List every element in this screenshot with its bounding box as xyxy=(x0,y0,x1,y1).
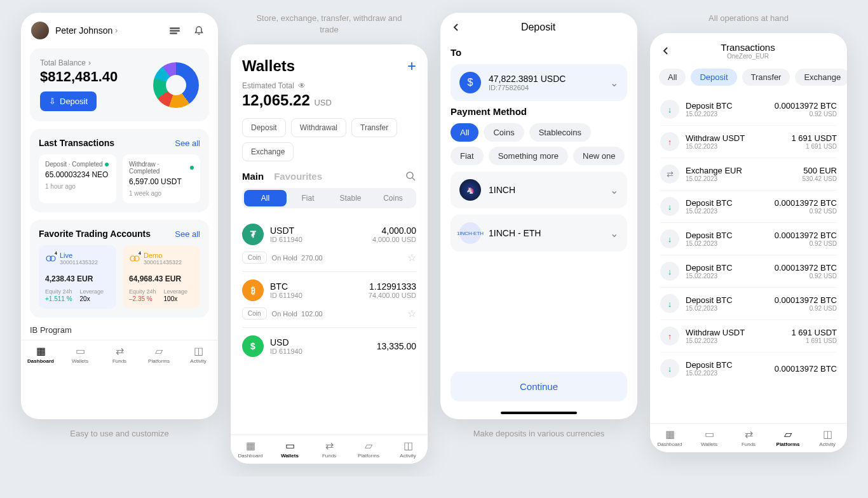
filter-exchange[interactable]: Exchange xyxy=(795,69,847,86)
nav-activity[interactable]: ◫Activity xyxy=(179,340,218,369)
nav-funds[interactable]: ⇄Funds xyxy=(100,340,139,369)
continue-button[interactable]: Continue xyxy=(451,372,627,401)
nav-dashboard[interactable]: ▦Dashboard xyxy=(231,435,270,464)
star-icon[interactable]: ☆ xyxy=(407,252,416,264)
transaction-row[interactable]: ↑Withdraw USDT15.02.20231 691 USDT1 691 … xyxy=(660,126,837,158)
add-wallet-button[interactable]: + xyxy=(407,57,416,75)
transaction-row[interactable]: ↑Withdraw USDT15.02.20231 691 USDT1 691 … xyxy=(660,320,837,353)
transfer-icon: ⇄ xyxy=(323,439,336,452)
seg-fiat[interactable]: Fiat xyxy=(287,190,329,206)
nav-funds[interactable]: ⇄Funds xyxy=(309,435,349,464)
bell-icon[interactable] xyxy=(190,22,208,39)
tx-time: 1 hour ago xyxy=(45,183,110,190)
transaction-date: 15.02.2023 xyxy=(686,305,768,312)
destination-select[interactable]: $ 47,822.3891 USDC ID:77582604 ⌄ xyxy=(451,64,627,101)
filter-transfer[interactable]: Transfer xyxy=(742,69,790,86)
see-all-link[interactable]: See all xyxy=(175,229,200,239)
transaction-row[interactable]: ↓Deposit BTC15.02.20230.00013972 BTC0.92… xyxy=(660,223,837,255)
account-balance: 64,968.43 EUR xyxy=(129,274,194,283)
to-label: To xyxy=(451,47,627,58)
grid-icon: ▦ xyxy=(34,344,47,357)
hold-label: On Hold 102.00 xyxy=(272,310,323,318)
favorite-accounts-section: Favorite Trading Accounts See all 4 Live… xyxy=(30,220,209,318)
nav-wallets[interactable]: ▭Wallets xyxy=(689,424,729,452)
tab-main[interactable]: Main xyxy=(242,171,264,182)
chevron-down-icon: ⌄ xyxy=(610,77,618,89)
pill-more[interactable]: Something more xyxy=(489,147,568,165)
nav-dashboard[interactable]: ▦Dashboard xyxy=(650,424,689,452)
seg-coins[interactable]: Coins xyxy=(372,190,414,206)
caption: Make deposits in various currencies xyxy=(473,428,605,440)
menu-icon[interactable] xyxy=(166,22,184,39)
filter-deposit[interactable]: Deposit xyxy=(691,69,736,86)
header: Peter Johnson› xyxy=(21,13,218,48)
user-name[interactable]: Peter Johnson› xyxy=(55,25,159,36)
avatar[interactable] xyxy=(31,22,49,39)
account-card-demo[interactable]: 4 Demo300011435322 64,968.43 EUR Equity … xyxy=(123,245,200,309)
transaction-usd: 0.92 USD xyxy=(775,111,837,118)
transaction-row[interactable]: ↓Deposit BTC15.02.20230.00013972 BTC0.92… xyxy=(660,191,837,223)
coin-select[interactable]: 🦄 1INCH ⌄ xyxy=(451,172,627,208)
nav-platforms[interactable]: ▱Platforms xyxy=(349,435,388,464)
pill-stablecoins[interactable]: Stablecoins xyxy=(529,123,591,142)
svg-point-4 xyxy=(50,256,55,261)
seg-all[interactable]: All xyxy=(244,190,287,206)
account-type: Demo xyxy=(144,252,182,259)
pill-all[interactable]: All xyxy=(451,123,478,142)
wallet-icon: ▭ xyxy=(703,427,715,440)
nav-wallets[interactable]: ▭Wallets xyxy=(270,435,309,464)
bottom-nav: ▦Dashboard ▭Wallets ⇄Funds ▱Platforms ◫A… xyxy=(21,340,218,369)
chip-exchange[interactable]: Exchange xyxy=(242,142,294,161)
deposit-screen: Deposit To $ 47,822.3891 USDC ID:7758260… xyxy=(440,13,637,419)
nav-platforms[interactable]: ▱Platforms xyxy=(768,424,808,452)
chip-deposit[interactable]: Deposit xyxy=(242,118,286,137)
nav-platforms[interactable]: ▱Platforms xyxy=(139,340,179,369)
nav-activity[interactable]: ◫Activity xyxy=(388,435,428,464)
pill-new[interactable]: New one xyxy=(573,147,625,165)
wallet-row[interactable]: $USDID 61194013,335.00 xyxy=(242,328,416,365)
wallet-symbol: USDT xyxy=(270,225,366,236)
wallet-row[interactable]: ₮USDTID 6119404,000.004,000.00 USDCoinOn… xyxy=(242,216,416,272)
home-indicator xyxy=(501,412,577,414)
pill-fiat[interactable]: Fiat xyxy=(451,147,484,165)
seg-stable[interactable]: Stable xyxy=(329,190,372,206)
tab-favourites[interactable]: Favourites xyxy=(274,171,322,182)
coin-icon: ₿ xyxy=(242,279,264,301)
ib-program-link[interactable]: IB Program xyxy=(30,325,209,335)
nav-dashboard[interactable]: ▦Dashboard xyxy=(21,340,60,369)
transaction-row[interactable]: ↓Deposit BTC15.02.20230.00013972 BTC0.92… xyxy=(660,93,837,126)
nav-activity[interactable]: ◫Activity xyxy=(808,424,847,452)
caption: Store, exchange, transfer, withdraw and … xyxy=(247,13,412,36)
account-card-live[interactable]: 4 Live300011435322 4,238.43 EUR Equity 2… xyxy=(39,245,116,309)
activity-icon: ◫ xyxy=(402,439,414,452)
chip-withdrawal[interactable]: Withdrawal xyxy=(291,118,346,137)
transaction-card[interactable]: Deposit · Completed 65.00003234 NEO 1 ho… xyxy=(39,154,116,203)
deposit-button[interactable]: ⇩Deposit xyxy=(40,91,97,111)
star-icon[interactable]: ☆ xyxy=(407,307,416,320)
back-button[interactable] xyxy=(660,45,672,57)
transaction-row[interactable]: ⇄Exchange EUR15.02.2023500 EUR530.42 USD xyxy=(660,158,837,191)
pill-coins[interactable]: Coins xyxy=(484,123,524,142)
balance-label[interactable]: Total Balance› xyxy=(40,58,146,67)
transaction-row[interactable]: ↓Deposit BTC15.02.20230.00013972 BTC xyxy=(660,353,837,384)
transaction-row[interactable]: ↓Deposit BTC15.02.20230.00013972 BTC0.92… xyxy=(660,288,837,320)
transaction-card[interactable]: Withdraw · Completed 6,597.00 USDT 1 wee… xyxy=(123,154,200,203)
svg-point-7 xyxy=(407,172,413,178)
wallet-amount: 13,335.00 xyxy=(377,341,416,351)
bottom-nav: ▦Dashboard ▭Wallets ⇄Funds ▱Platforms ◫A… xyxy=(650,423,847,452)
chip-transfer[interactable]: Transfer xyxy=(351,118,397,137)
transaction-date: 15.02.2023 xyxy=(686,240,768,247)
nav-wallets[interactable]: ▭Wallets xyxy=(60,340,100,369)
filter-all[interactable]: All xyxy=(659,69,686,86)
portfolio-chart[interactable] xyxy=(153,62,199,108)
transaction-row[interactable]: ↓Deposit BTC15.02.20230.00013972 BTC0.92… xyxy=(660,255,837,288)
search-icon[interactable] xyxy=(405,170,416,182)
eye-icon[interactable]: 👁 xyxy=(298,81,306,90)
network-select[interactable]: 1INCH·ETH 1INCH - ETH ⌄ xyxy=(451,215,627,252)
back-button[interactable] xyxy=(451,22,462,33)
transaction-icon: ↓ xyxy=(660,100,679,119)
coin-name: 1INCH xyxy=(489,185,602,195)
wallet-row[interactable]: ₿BTCID 6119401.1299133374,400.00 USDCoin… xyxy=(242,272,416,328)
see-all-link[interactable]: See all xyxy=(175,138,200,148)
nav-funds[interactable]: ⇄Funds xyxy=(729,424,768,452)
